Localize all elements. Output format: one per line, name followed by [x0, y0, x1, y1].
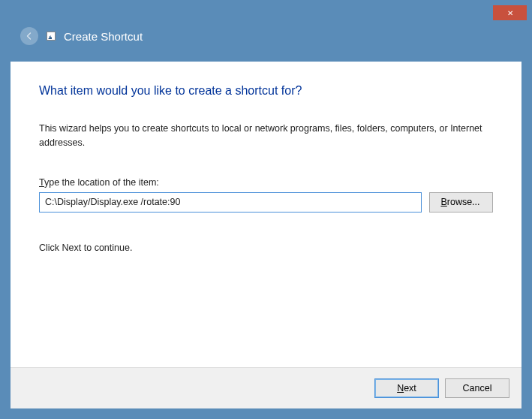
dialog-title: Create Shortcut: [64, 30, 143, 43]
cancel-button[interactable]: Cancel: [445, 378, 509, 398]
description-text: This wizard helps you to create shortcut…: [39, 122, 493, 150]
dialog-frame: ✕ Create Shortcut What item would you li…: [0, 0, 532, 419]
continue-text: Click Next to continue.: [39, 243, 493, 253]
browse-button[interactable]: Browse...: [429, 192, 493, 213]
browse-rest: rowse...: [447, 197, 480, 207]
shortcut-icon: [47, 32, 56, 41]
dialog-footer: Next Cancel: [11, 367, 521, 408]
location-label-rest: ype the location of the item:: [44, 177, 159, 188]
next-rest: ext: [404, 383, 416, 393]
input-row: Browse...: [39, 192, 493, 213]
close-icon: ✕: [507, 9, 513, 17]
content-area: What item would you like to create a sho…: [11, 62, 521, 367]
browse-accesskey: B: [440, 197, 446, 207]
back-arrow-icon: [25, 32, 34, 41]
next-accesskey: N: [397, 383, 404, 393]
back-button[interactable]: [20, 27, 38, 45]
location-label-accesskey: T: [39, 177, 44, 188]
main-heading: What item would you like to create a sho…: [39, 84, 493, 98]
location-label: Type the location of the item:: [39, 177, 493, 188]
close-button[interactable]: ✕: [493, 5, 527, 20]
dialog-header: Create Shortcut: [11, 11, 521, 62]
next-button[interactable]: Next: [374, 378, 439, 398]
location-input[interactable]: [39, 192, 422, 213]
